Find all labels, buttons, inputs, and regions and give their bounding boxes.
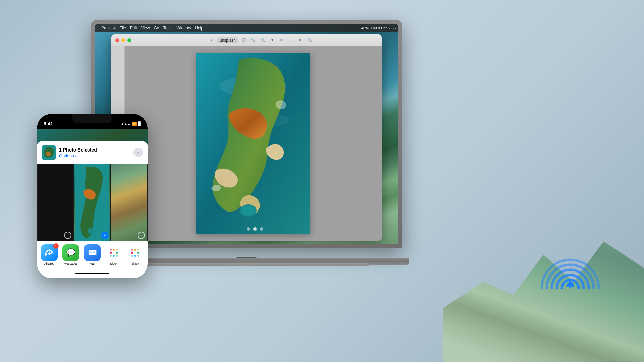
- iphone-body: 9:41 ▲▲▲ 🛜 ▊: [37, 114, 148, 278]
- share-sheet: 1 Photo Selected Options › ×: [37, 141, 148, 278]
- svg-rect-15: [113, 249, 115, 251]
- airdrop-icon-svg: [45, 248, 54, 257]
- dock-slack[interactable]: Slack: [105, 244, 122, 265]
- menubar-file[interactable]: File: [120, 26, 126, 31]
- preview-filename: unsplash: [217, 37, 238, 43]
- airdrop-badge: 1: [53, 243, 59, 249]
- svg-rect-24: [137, 249, 139, 251]
- menubar: Preview File Edit View Go Tools Window H…: [95, 24, 398, 32]
- slack2-dock-icon: [127, 244, 144, 261]
- mail-dock-icon: ✉️: [84, 244, 101, 261]
- close-button[interactable]: [115, 38, 119, 42]
- menubar-help[interactable]: Help: [195, 26, 203, 31]
- slack2-icon-svg: [130, 248, 140, 258]
- preview-image: [196, 53, 310, 234]
- preview-content: [111, 46, 382, 241]
- photo-cell-2[interactable]: [111, 164, 147, 241]
- preview-toolbar: ⬜ ∨ unsplash ⓘ 🔍 🔍 ⬆ ↺ ⊡ ✏ 🔍: [137, 37, 375, 44]
- iphone-screen: 9:41 ▲▲▲ 🛜 ▊: [37, 114, 148, 278]
- airdrop-rings-svg: [537, 245, 604, 312]
- svg-rect-25: [137, 252, 139, 254]
- airdrop-dock-icon: 1: [41, 244, 58, 261]
- slack-icon-svg: [109, 248, 119, 258]
- toolbar-chevron-btn[interactable]: ∨: [208, 37, 216, 44]
- toolbar-zoom-in-btn[interactable]: 🔍: [249, 37, 257, 44]
- photo-selected-check: ✓: [101, 232, 108, 239]
- photo-unselected-2: [138, 232, 145, 239]
- options-label: Options: [59, 153, 74, 158]
- iphone-time: 9:41: [44, 121, 53, 126]
- photo-unselected-0: [64, 232, 71, 239]
- toolbar-zoom-out-btn[interactable]: 🔍: [259, 37, 267, 44]
- menubar-go[interactable]: Go: [154, 26, 159, 31]
- maximize-button[interactable]: [127, 38, 131, 42]
- svg-point-6: [247, 227, 250, 231]
- traffic-lights: [115, 38, 131, 42]
- menubar-right: 46% Thu 8 Dec 2:56: [361, 26, 396, 30]
- toolbar-rotate-btn[interactable]: ↺: [277, 37, 285, 44]
- menubar-battery: 46%: [361, 26, 369, 30]
- share-app-row: 1 AirDrop 💬 Messages ✉️: [37, 241, 148, 269]
- slack2-label: Slack: [131, 262, 139, 265]
- share-options-button[interactable]: Options ›: [59, 153, 130, 158]
- dock-airdrop[interactable]: 1 AirDrop: [41, 244, 58, 265]
- svg-rect-20: [110, 255, 112, 257]
- toolbar-share-btn[interactable]: ⬆: [268, 37, 276, 44]
- dock-messages[interactable]: 💬 Messages: [62, 244, 79, 265]
- svg-point-12: [88, 228, 94, 234]
- svg-rect-17: [116, 252, 118, 254]
- menubar-edit[interactable]: Edit: [130, 26, 137, 31]
- airdrop-large-icon: [537, 245, 604, 312]
- preview-titlebar: ⬜ ∨ unsplash ⓘ 🔍 🔍 ⬆ ↺ ⊡ ✏ 🔍: [111, 34, 382, 46]
- photo-cell-0[interactable]: [38, 164, 73, 241]
- menubar-view[interactable]: View: [141, 26, 150, 31]
- wifi-icon: 🛜: [132, 122, 137, 126]
- options-chevron-icon: ›: [75, 153, 76, 158]
- toolbar-info-btn[interactable]: ⓘ: [240, 37, 248, 44]
- svg-point-10: [47, 157, 51, 160]
- toolbar-crop-btn[interactable]: ⊡: [287, 37, 295, 44]
- svg-rect-18: [116, 255, 118, 257]
- svg-rect-13: [110, 252, 112, 254]
- aerial-photo-svg: [196, 53, 310, 234]
- toolbar-markup-btn[interactable]: ✏: [296, 37, 304, 44]
- photo-cell-1[interactable]: ✓: [74, 164, 110, 241]
- status-icons: ▲▲▲ 🛜 ▊: [121, 122, 141, 126]
- toolbar-search-btn[interactable]: 🔍: [306, 37, 314, 44]
- preview-main: [125, 46, 382, 241]
- menubar-tools[interactable]: Tools: [163, 26, 173, 31]
- share-thumbnail: [42, 145, 56, 160]
- minimize-button[interactable]: [121, 38, 125, 42]
- dock-mail[interactable]: ✉️ Mail: [84, 244, 101, 265]
- preview-window: ⬜ ∨ unsplash ⓘ 🔍 🔍 ⬆ ↺ ⊡ ✏ 🔍: [111, 34, 382, 241]
- svg-rect-28: [131, 255, 133, 257]
- share-info: 1 Photo Selected Options ›: [59, 147, 130, 158]
- svg-rect-21: [131, 252, 133, 254]
- menubar-preview[interactable]: Preview: [101, 26, 116, 31]
- menubar-window[interactable]: Window: [177, 26, 191, 31]
- toolbar-sidebar-btn[interactable]: ⬜: [198, 37, 206, 44]
- svg-point-8: [260, 227, 263, 231]
- svg-rect-19: [113, 255, 115, 257]
- svg-point-7: [253, 227, 257, 231]
- laptop-stand: [124, 263, 369, 266]
- messages-dock-icon: 💬: [62, 244, 79, 261]
- dock-slack2[interactable]: Slack: [127, 244, 144, 265]
- home-bar: [75, 273, 109, 274]
- slack-dock-icon: [105, 244, 122, 261]
- svg-rect-22: [131, 249, 133, 251]
- iphone-notch: [72, 114, 112, 123]
- svg-rect-26: [137, 255, 139, 257]
- svg-rect-16: [116, 249, 118, 251]
- photo-grid: ✓: [37, 164, 148, 241]
- island-photo-small: [74, 164, 110, 241]
- menubar-items: Preview File Edit View Go Tools Window H…: [101, 26, 357, 31]
- share-close-button[interactable]: ×: [133, 148, 143, 157]
- menubar-time: Thu 8 Dec 2:56: [371, 26, 396, 30]
- svg-rect-27: [134, 255, 136, 257]
- airdrop-label: AirDrop: [44, 262, 55, 265]
- svg-point-5: [241, 206, 255, 215]
- home-indicator: [37, 269, 148, 278]
- mail-label: Mail: [90, 262, 95, 265]
- messages-label: Messages: [64, 262, 77, 265]
